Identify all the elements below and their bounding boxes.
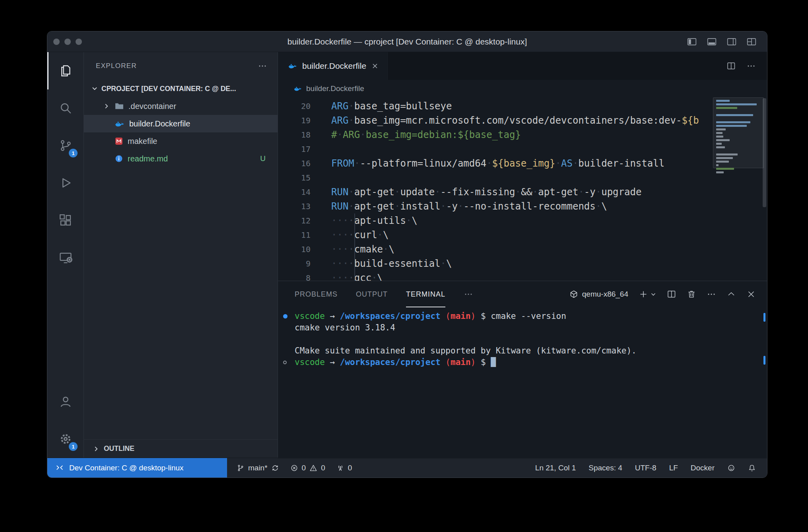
feedback-icon[interactable]	[727, 464, 735, 472]
panel-more-actions-icon[interactable]	[707, 289, 716, 299]
terminal-scroll-decoration	[763, 313, 765, 322]
indentation-status[interactable]: Spaces: 4	[589, 464, 622, 472]
new-terminal-icon[interactable]	[639, 289, 648, 299]
error-icon	[290, 464, 298, 472]
toggle-panel-icon[interactable]	[707, 37, 717, 47]
files-icon	[58, 64, 73, 78]
file-label: makefile	[128, 137, 157, 146]
code-line[interactable]: 16FROM·--platform=linux/amd64·${base_img…	[278, 156, 767, 171]
code-line[interactable]: 13RUN·apt-get·install·-y·--no-install-re…	[278, 199, 767, 214]
error-count: 0	[302, 464, 306, 472]
editor-scrollbar[interactable]	[763, 98, 766, 207]
cursor-position[interactable]: Ln 21, Col 1	[535, 464, 576, 472]
code-lines: 20ARG·base_tag=bullseye19ARG·base_img=mc…	[278, 99, 767, 281]
close-panel-icon[interactable]	[746, 289, 756, 299]
activity-item-search[interactable]	[47, 89, 84, 127]
close-icon[interactable]	[371, 62, 379, 70]
zoom-window-button[interactable]	[76, 39, 82, 45]
remote-indicator[interactable]: Dev Container: C @ desktop-linux	[47, 458, 227, 478]
panel-header: PROBLEMS OUTPUT TERMINAL qemu-x86_64	[278, 281, 767, 307]
eol-status[interactable]: LF	[669, 464, 678, 472]
search-icon	[58, 101, 73, 115]
activity-item-accounts[interactable]	[47, 383, 84, 420]
code-line[interactable]: 12····apt-utils·\	[278, 214, 767, 228]
ports-count: 0	[348, 464, 352, 472]
explorer-section-label: CPROJECT [DEV CONTAINER: C @ DE...	[101, 85, 236, 93]
toggle-secondary-sidebar-icon[interactable]	[726, 37, 737, 47]
activity-item-source-control[interactable]: 1	[47, 127, 84, 164]
toggle-primary-sidebar-icon[interactable]	[687, 37, 697, 47]
code-editor[interactable]: 20ARG·base_tag=bullseye19ARG·base_img=mc…	[278, 97, 767, 281]
code-line[interactable]: 19ARG·base_img=mcr.microsoft.com/vscode/…	[278, 113, 767, 128]
explorer-more-actions-icon[interactable]	[258, 61, 267, 71]
source-control-badge: 1	[69, 149, 78, 157]
status-bar: Dev Container: C @ desktop-linux main* 0	[47, 458, 767, 478]
kill-terminal-icon[interactable]	[687, 289, 696, 299]
activity-bar: 1	[47, 52, 84, 458]
language-mode[interactable]: Docker	[691, 464, 715, 472]
breadcrumb[interactable]: builder.Dockerfile	[278, 80, 767, 97]
split-terminal-icon[interactable]	[667, 289, 676, 299]
split-editor-icon[interactable]	[726, 61, 736, 71]
activity-item-extensions[interactable]	[47, 202, 84, 239]
tab-output[interactable]: OUTPUT	[356, 281, 388, 307]
minimize-window-button[interactable]	[64, 39, 71, 45]
tab-problems[interactable]: PROBLEMS	[295, 281, 338, 307]
remote-icon	[55, 464, 64, 472]
tab-label: builder.Dockerfile	[302, 61, 366, 71]
line-number: 19	[278, 113, 311, 128]
tree-item-readme[interactable]: readme.md U	[84, 150, 278, 167]
tree-item-devcontainer[interactable]: .devcontainer	[84, 97, 278, 115]
command-marker-ring	[283, 361, 287, 364]
encoding-status[interactable]: UTF-8	[635, 464, 656, 472]
panel-more-tabs-icon[interactable]	[464, 289, 473, 299]
line-number: 14	[278, 185, 311, 199]
breadcrumb-item: builder.Dockerfile	[306, 84, 364, 93]
ports-status[interactable]: 0	[336, 464, 352, 472]
line-number: 11	[278, 228, 311, 242]
tab-terminal[interactable]: TERMINAL	[406, 281, 445, 307]
git-branch-status[interactable]: main*	[237, 464, 279, 472]
docker-icon	[294, 85, 302, 92]
more-actions-icon[interactable]	[746, 61, 756, 71]
terminal-profile-dropdown-icon[interactable]	[650, 291, 656, 297]
line-number: 9	[278, 256, 311, 271]
code-line[interactable]: 9····build-essential·\	[278, 256, 767, 271]
code-line[interactable]: 10····cmake·\	[278, 242, 767, 256]
explorer-section-header[interactable]: CPROJECT [DEV CONTAINER: C @ DE...	[84, 80, 278, 97]
code-line[interactable]: 14RUN·apt-get·update·--fix-missing·&&·ap…	[278, 185, 767, 199]
tree-item-makefile[interactable]: makefile	[84, 132, 278, 150]
code-line[interactable]: 15	[278, 171, 767, 185]
customize-layout-icon[interactable]	[746, 37, 757, 47]
close-window-button[interactable]	[53, 39, 60, 45]
code-line[interactable]: 11····curl·\	[278, 228, 767, 242]
activity-item-explorer[interactable]	[47, 52, 84, 89]
file-label: readme.md	[128, 154, 168, 163]
explorer-title: EXPLORER	[96, 62, 137, 70]
code-line[interactable]: 17	[278, 142, 767, 156]
outline-section-header[interactable]: OUTLINE	[84, 439, 278, 458]
notifications-bell-icon[interactable]	[748, 464, 756, 472]
accounts-icon	[58, 394, 73, 409]
line-number: 13	[278, 199, 311, 214]
tree-item-builder-dockerfile[interactable]: builder.Dockerfile	[84, 115, 278, 132]
folder-icon	[115, 103, 124, 110]
code-line[interactable]: 18#·ARG·base_img=debian:${base_tag}	[278, 128, 767, 142]
code-line[interactable]: 8····gcc·\	[278, 271, 767, 281]
minimap[interactable]	[716, 100, 761, 175]
activity-item-settings[interactable]: 1	[47, 420, 84, 458]
terminal-content[interactable]: vscode → /workspaces/cproject (main) $ c…	[278, 307, 767, 458]
maximize-panel-icon[interactable]	[726, 289, 736, 299]
line-number: 20	[278, 99, 311, 113]
activity-item-remote-explorer[interactable]	[47, 239, 84, 276]
window-controls	[47, 39, 82, 45]
code-line[interactable]: 20ARG·base_tag=bullseye	[278, 99, 767, 113]
tab-builder-dockerfile[interactable]: builder.Dockerfile	[278, 52, 388, 80]
activity-item-run-debug[interactable]	[47, 164, 84, 202]
terminal-profile[interactable]: qemu-x86_64	[569, 290, 628, 299]
problems-status[interactable]: 0 0	[290, 464, 325, 472]
remote-label: Dev Container: C @ desktop-linux	[69, 464, 184, 472]
cube-icon	[569, 290, 578, 299]
terminal-profile-label: qemu-x86_64	[582, 290, 628, 299]
editor-tab-bar: builder.Dockerfile	[278, 52, 767, 80]
